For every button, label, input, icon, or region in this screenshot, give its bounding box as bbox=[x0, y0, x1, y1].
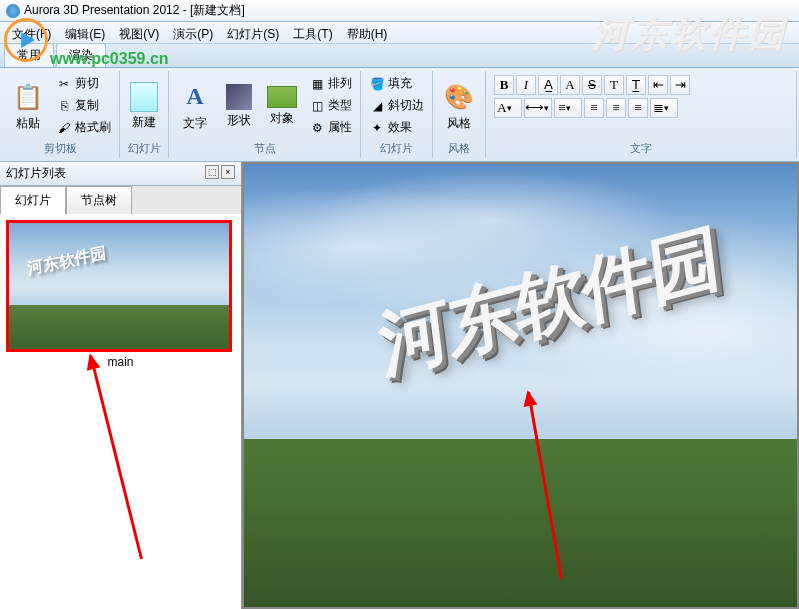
workspace: 幻灯片列表 ⬚ × 幻灯片 节点树 河东软件园 main 河东软件园 bbox=[0, 162, 799, 609]
object-button[interactable]: 对象 bbox=[261, 73, 303, 139]
list-button[interactable]: ≣▾ bbox=[650, 98, 678, 118]
watermark-text: 河东软件园 bbox=[592, 10, 787, 59]
indent-inc-button[interactable]: ⇥ bbox=[670, 75, 690, 95]
menu-tools[interactable]: 工具(T) bbox=[287, 24, 338, 41]
copy-button[interactable]: ⎘复制 bbox=[52, 95, 115, 116]
cut-button[interactable]: ✂剪切 bbox=[52, 73, 115, 94]
chevron-down-icon: ▾ bbox=[566, 103, 578, 113]
shape-icon bbox=[226, 84, 252, 110]
props-button[interactable]: ⚙属性 bbox=[305, 117, 356, 138]
menu-help[interactable]: 帮助(H) bbox=[341, 24, 394, 41]
slide-list-panel: 幻灯片列表 ⬚ × 幻灯片 节点树 河东软件园 main bbox=[0, 162, 242, 609]
slide-thumbnail[interactable]: 河东软件园 bbox=[6, 220, 232, 352]
group-nodes: A文字 形状 对象 ▦排列 ◫类型 ⚙属性 节点 bbox=[169, 71, 361, 158]
group-slides: 新建 幻灯片 bbox=[120, 71, 169, 158]
fontcolor-button[interactable]: A▾ bbox=[494, 98, 522, 118]
ribbon: 📋 粘贴 ✂剪切 ⎘复制 🖌格式刷 剪切板 新建 幻灯片 A文字 形状 对象 bbox=[0, 68, 799, 162]
thumb-3d-text: 河东软件园 bbox=[27, 243, 108, 281]
align-left-button[interactable]: ≡ bbox=[584, 98, 604, 118]
effect-icon: ✦ bbox=[369, 120, 385, 136]
tab-nodetree[interactable]: 节点树 bbox=[66, 186, 132, 214]
panel-close-button[interactable]: × bbox=[221, 165, 235, 179]
align-right-button[interactable]: ≡ bbox=[628, 98, 648, 118]
object-icon bbox=[267, 86, 297, 108]
cut-icon: ✂ bbox=[56, 76, 72, 92]
fill-button[interactable]: 🪣填充 bbox=[365, 73, 428, 94]
canvas-area: 河东软件园 bbox=[242, 162, 799, 609]
group-slideview: 🪣填充 ◢斜切边 ✦效果 幻灯片 bbox=[361, 71, 433, 158]
menu-view[interactable]: 视图(V) bbox=[113, 24, 165, 41]
brush-icon: 🖌 bbox=[56, 120, 72, 136]
scene-3d[interactable]: 河东软件园 bbox=[244, 164, 797, 607]
chevron-down-icon: ▾ bbox=[544, 103, 551, 113]
menu-present[interactable]: 演示(P) bbox=[167, 24, 219, 41]
indent-dec-button[interactable]: ⇤ bbox=[648, 75, 668, 95]
panel-pin-button[interactable]: ⬚ bbox=[205, 165, 219, 179]
menu-edit[interactable]: 编辑(E) bbox=[59, 24, 111, 41]
menu-slide[interactable]: 幻灯片(S) bbox=[221, 24, 285, 41]
tt1-button[interactable]: T bbox=[604, 75, 624, 95]
fontcase-button[interactable]: A̲ bbox=[538, 75, 558, 95]
gear-icon: ⚙ bbox=[309, 120, 325, 136]
arrange-icon: ▦ bbox=[309, 76, 325, 92]
style-button[interactable]: 🎨风格 bbox=[437, 73, 481, 139]
palette-icon: 🎨 bbox=[443, 81, 475, 113]
allcaps-button[interactable]: A bbox=[560, 75, 580, 95]
chevron-down-icon: ▾ bbox=[507, 103, 519, 113]
new-slide-icon bbox=[130, 82, 158, 112]
type-icon: ◫ bbox=[309, 98, 325, 114]
watermark-url: www.pc0359.cn bbox=[50, 50, 169, 68]
strike-button[interactable]: S bbox=[582, 75, 602, 95]
text-icon: A bbox=[179, 81, 211, 113]
new-slide-button[interactable]: 新建 bbox=[124, 73, 164, 139]
type-button[interactable]: ◫类型 bbox=[305, 95, 356, 116]
menu-file[interactable]: 文件(F) bbox=[6, 24, 57, 41]
side-tabs: 幻灯片 节点树 bbox=[0, 186, 241, 214]
panel-title: 幻灯片列表 bbox=[6, 165, 66, 182]
align-center-button[interactable]: ≡ bbox=[606, 98, 626, 118]
thumbnail-area: 河东软件园 main bbox=[0, 214, 241, 609]
format-painter-button[interactable]: 🖌格式刷 bbox=[52, 117, 115, 138]
copy-icon: ⎘ bbox=[56, 98, 72, 114]
tab-slides[interactable]: 幻灯片 bbox=[0, 186, 66, 214]
paste-button[interactable]: 📋 粘贴 bbox=[6, 73, 50, 139]
app-icon bbox=[6, 4, 20, 18]
chevron-down-icon: ▾ bbox=[664, 103, 676, 113]
group-textfmt: B I A̲ A S T T̲ ⇤ ⇥ A▾ ⟷▾ ≡▾ ≡ ≡ ≡ ≣▾ 文字 bbox=[486, 71, 797, 158]
bold-button[interactable]: B bbox=[494, 75, 514, 95]
shape-button[interactable]: 形状 bbox=[219, 73, 259, 139]
italic-button[interactable]: I bbox=[516, 75, 536, 95]
fill-icon: 🪣 bbox=[369, 76, 385, 92]
bevel-icon: ◢ bbox=[369, 98, 385, 114]
bevel-button[interactable]: ◢斜切边 bbox=[365, 95, 428, 116]
tt2-button[interactable]: T̲ bbox=[626, 75, 646, 95]
text-button[interactable]: A文字 bbox=[173, 73, 217, 139]
panel-header: 幻灯片列表 ⬚ × bbox=[0, 162, 241, 186]
lineheight-button[interactable]: ≡▾ bbox=[554, 98, 582, 118]
arrange-button[interactable]: ▦排列 bbox=[305, 73, 356, 94]
window-title: Aurora 3D Presentation 2012 - [新建文档] bbox=[24, 2, 245, 19]
effect-button[interactable]: ✦效果 bbox=[365, 117, 428, 138]
group-clipboard: 📋 粘贴 ✂剪切 ⎘复制 🖌格式刷 剪切板 bbox=[2, 71, 120, 158]
paste-icon: 📋 bbox=[12, 81, 44, 113]
group-style: 🎨风格 风格 bbox=[433, 71, 486, 158]
thumb-label: main bbox=[6, 352, 235, 372]
spacing-button[interactable]: ⟷▾ bbox=[524, 98, 552, 118]
tab-common[interactable]: 常用 bbox=[4, 43, 54, 67]
